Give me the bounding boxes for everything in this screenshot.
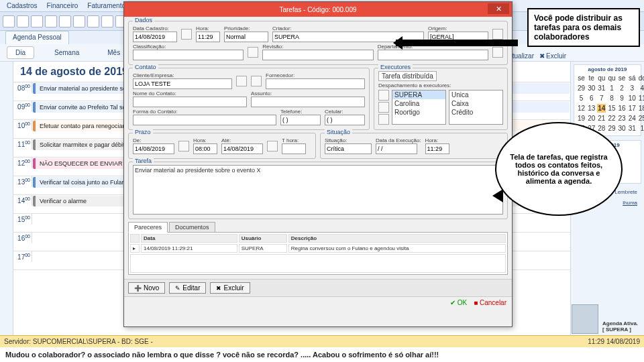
agenda-ativa-label: Agenda Ativa. [ SUPERA ] <box>602 320 640 333</box>
link-historico[interactable]: lhuma <box>623 200 637 206</box>
calendar-icon[interactable] <box>181 29 192 40</box>
label: Até: <box>221 137 263 143</box>
telefone-field[interactable] <box>280 115 321 125</box>
view-dia[interactable]: Dia <box>7 46 34 59</box>
data-exec-field[interactable] <box>376 143 417 154</box>
arrow-icon <box>396 36 527 48</box>
dialog-button-bar: ➕ Novo ✎ Editar ✖ Excluir <box>124 279 512 296</box>
grp-tarefa: Tarefa Enviar material ao presidente sob… <box>128 162 508 219</box>
dialog-title: Tarefas - Código: 000.009 ✕ <box>124 2 512 17</box>
label: Classificação: <box>133 44 244 50</box>
toolbar-icon[interactable] <box>3 15 15 27</box>
tab-documentos[interactable]: Documentos <box>169 222 215 233</box>
tarefa-textarea[interactable]: Enviar material ao presidente sobre o ev… <box>133 165 503 215</box>
status-server: Servidor: SUPCOMERCIAL\SUPERA - BD: SGE … <box>4 338 153 345</box>
calendar-icon[interactable] <box>267 141 278 152</box>
grp-executores: Executores Tarefa distribuída Despachame… <box>374 68 508 130</box>
cancelar-button[interactable]: ■ Cancelar <box>474 299 506 306</box>
pareceres-table[interactable]: DataUsuárioDescrição ▸14/08/2019 11:29:2… <box>128 232 508 275</box>
star-icon[interactable] <box>378 114 389 125</box>
grp-prazo: Prazo De: Hora: Até: T hora: <box>128 133 316 159</box>
toolbar-icon[interactable] <box>59 15 71 27</box>
fornecedor-field[interactable] <box>266 78 365 89</box>
prazo-ate-field[interactable] <box>221 143 263 154</box>
toolbar-icon[interactable] <box>45 15 57 27</box>
hora-field[interactable] <box>196 32 220 42</box>
toolbar-icon[interactable] <box>73 15 85 27</box>
group-title: Dados <box>133 17 154 23</box>
executores-list[interactable]: SUPERACarolinaRoortigo <box>392 90 446 125</box>
remove-icon[interactable] <box>378 102 389 113</box>
label: Telefone: <box>280 109 321 115</box>
status-clock: 11:29 14/08/2019 <box>588 338 640 345</box>
label: Nome do Contato: <box>133 90 247 97</box>
data-cadastro-field[interactable] <box>133 32 177 42</box>
hora-exec-field[interactable] <box>425 143 449 154</box>
add-icon[interactable] <box>378 90 389 101</box>
callout-tela-tarefas: Tela de tarefas, que registra todos os c… <box>495 122 623 216</box>
toolbar-icon[interactable] <box>31 15 43 27</box>
nome-contato-field[interactable] <box>133 97 247 107</box>
forma-contato-field[interactable] <box>133 115 276 125</box>
departamento-field[interactable] <box>378 50 488 60</box>
label: Assunto: <box>251 90 365 97</box>
label: Hora: <box>425 137 449 143</box>
prazo-de-field[interactable] <box>133 143 174 154</box>
grupos-list[interactable]: UnicaCaixaCrédito <box>449 90 503 125</box>
group-title: Prazo <box>133 129 153 135</box>
excluir-button[interactable]: ✖ Excluir <box>539 52 566 60</box>
grp-situacao: Situação Situação: Data da Execução: Hor… <box>320 133 508 159</box>
classificacao-field[interactable] <box>133 50 244 60</box>
callout-distribuir: Você pode distribuir as tarefas para os … <box>527 8 640 47</box>
menu-financeiro[interactable]: Financeiro <box>43 1 83 11</box>
tab-tarefa-distribuida[interactable]: Tarefa distribuída <box>378 71 437 81</box>
pareceres-section: Pareceres Documentos DataUsuárioDescriçã… <box>128 222 508 275</box>
slide-caption: Mudou o colaborador? o associado não lem… <box>0 347 644 362</box>
avatar <box>572 304 598 334</box>
prioridade-field[interactable] <box>224 32 268 42</box>
tab-agenda-pessoal[interactable]: Agenda Pessoal <box>5 31 69 44</box>
situacao-field[interactable] <box>325 143 372 154</box>
calendar-icon[interactable] <box>178 141 189 152</box>
prazo-ate-hora-field[interactable] <box>282 143 306 154</box>
label: Revisão: <box>262 44 373 50</box>
toolbar-icon[interactable] <box>17 15 29 27</box>
dialog-statusbar: ✔ OK ■ Cancelar <box>124 296 512 308</box>
group-title: Executores <box>378 64 413 70</box>
editar-button[interactable]: ✎ Editar <box>169 282 206 294</box>
revisao-field[interactable] <box>262 50 373 60</box>
ok-button[interactable]: ✔ OK <box>450 299 467 306</box>
close-icon[interactable]: ✕ <box>488 3 509 14</box>
tab-pareceres[interactable]: Pareceres <box>128 222 168 233</box>
celular-field[interactable] <box>325 115 365 125</box>
view-semana[interactable]: Semana <box>46 47 87 58</box>
toolbar-icon[interactable] <box>87 15 99 27</box>
table-row[interactable]: ▸14/08/2019 11:29:21SUPERARegina convers… <box>130 244 506 253</box>
menu-cadastros[interactable]: Cadastros <box>3 1 42 11</box>
novo-button[interactable]: ➕ Novo <box>128 282 165 294</box>
label: De: <box>133 137 174 143</box>
label: Data da Execução: <box>376 137 421 143</box>
label: T hora: <box>282 137 306 143</box>
label: Data Cadastro: <box>133 25 177 32</box>
prazo-de-hora-field[interactable] <box>193 143 217 154</box>
toolbar-icon[interactable] <box>101 15 113 27</box>
tarefas-dialog: Tarefas - Código: 000.009 ✕ Dados Data C… <box>123 1 513 327</box>
assunto-field[interactable] <box>251 97 365 107</box>
nav-strip <box>0 62 13 357</box>
search-icon[interactable] <box>236 76 247 86</box>
statusbar: Servidor: SUPCOMERCIAL\SUPERA - BD: SGE … <box>0 335 644 347</box>
label: Criador: <box>272 25 424 32</box>
label: Situação: <box>325 137 372 143</box>
label: Prioridade: <box>224 25 268 32</box>
mini-cal-month: agosto de 2019 <box>576 66 639 72</box>
label: Cliente/Empresa: <box>133 72 232 78</box>
info-icon[interactable] <box>251 76 262 86</box>
excluir-button[interactable]: ✖ Excluir <box>210 282 250 294</box>
search-icon[interactable] <box>248 47 258 58</box>
cliente-field[interactable] <box>133 78 232 89</box>
label: Despachamento a executores: <box>378 82 503 88</box>
label: Fornecedor: <box>266 72 365 78</box>
label: Forma do Contato: <box>133 109 276 115</box>
menu-faturamento[interactable]: Faturamento <box>83 1 129 11</box>
